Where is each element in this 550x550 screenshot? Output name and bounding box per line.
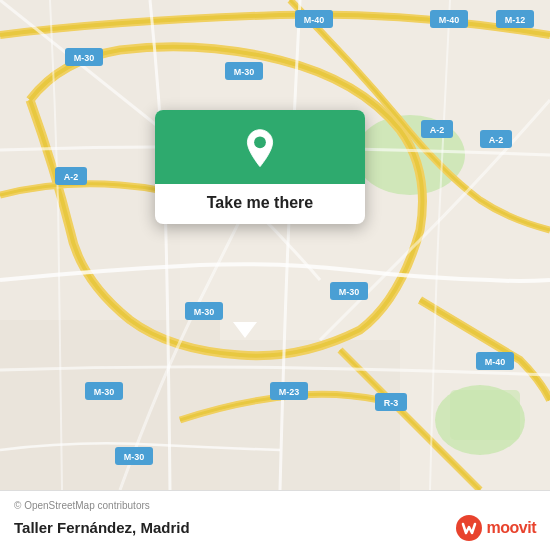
place-row: Taller Fernández, Madrid moovit — [14, 514, 536, 542]
svg-text:M-30: M-30 — [194, 307, 215, 317]
svg-text:M-30: M-30 — [234, 67, 255, 77]
moovit-logo[interactable]: moovit — [455, 514, 536, 542]
moovit-text: moovit — [487, 519, 536, 537]
svg-rect-3 — [450, 390, 520, 440]
svg-text:M-23: M-23 — [279, 387, 300, 397]
svg-rect-6 — [220, 340, 400, 490]
location-pin-icon — [239, 128, 281, 170]
svg-text:A-2: A-2 — [489, 135, 504, 145]
map-container: M-40 M-40 M-12 M-30 M-30 A-2 A-2 A-2 M-3… — [0, 0, 550, 490]
svg-text:M-40: M-40 — [439, 15, 460, 25]
map-attribution: © OpenStreetMap contributors — [14, 500, 536, 511]
svg-text:M-30: M-30 — [74, 53, 95, 63]
svg-text:M-40: M-40 — [485, 357, 506, 367]
svg-text:M-30: M-30 — [339, 287, 360, 297]
bottom-bar: © OpenStreetMap contributors Taller Fern… — [0, 490, 550, 550]
svg-text:M-30: M-30 — [94, 387, 115, 397]
svg-text:M-30: M-30 — [124, 452, 145, 462]
svg-text:M-12: M-12 — [505, 15, 526, 25]
popup-card: Take me there — [155, 110, 365, 224]
svg-text:R-3: R-3 — [384, 398, 399, 408]
place-name: Taller Fernández, Madrid — [14, 519, 190, 536]
take-me-there-button[interactable]: Take me there — [155, 184, 365, 224]
moovit-icon — [455, 514, 483, 542]
svg-point-37 — [254, 136, 266, 148]
popup-green-area — [155, 110, 365, 184]
svg-text:A-2: A-2 — [430, 125, 445, 135]
svg-text:M-40: M-40 — [304, 15, 325, 25]
popup-triangle — [233, 322, 257, 338]
svg-text:A-2: A-2 — [64, 172, 79, 182]
